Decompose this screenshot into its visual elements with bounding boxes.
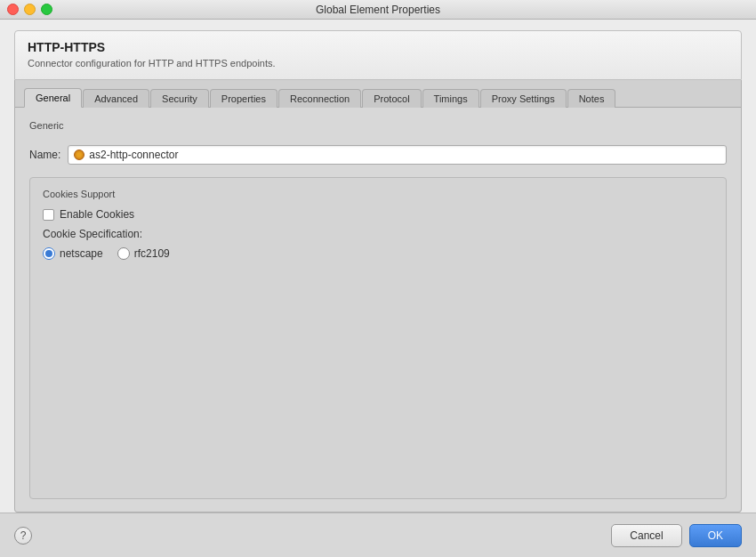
cookies-support-label: Cookies Support <box>43 189 713 199</box>
radio-netscape[interactable]: netscape <box>43 247 103 260</box>
enable-cookies-row[interactable]: Enable Cookies <box>43 208 713 221</box>
radio-netscape-button[interactable] <box>43 247 55 260</box>
cookie-spec-label: Cookie Specification: <box>43 228 713 240</box>
dialog-panel: General Advanced Security Properties Rec… <box>14 80 742 513</box>
name-input[interactable] <box>89 149 720 161</box>
content-area: Generic Name: Cookies Support Enable Coo… <box>15 108 741 512</box>
enable-cookies-checkbox[interactable] <box>43 209 54 221</box>
tab-reconnection[interactable]: Reconnection <box>278 89 361 108</box>
radio-netscape-label: netscape <box>60 247 103 260</box>
name-label: Name: <box>29 149 60 161</box>
close-button[interactable] <box>7 4 19 15</box>
radio-rfc2109-label: rfc2109 <box>134 247 170 260</box>
maximize-button[interactable] <box>41 4 52 15</box>
tab-properties[interactable]: Properties <box>210 89 277 108</box>
tab-security[interactable]: Security <box>150 89 209 108</box>
name-row: Name: <box>29 145 727 165</box>
minimize-button[interactable] <box>24 4 36 15</box>
header-title: HTTP-HTTPS <box>28 40 728 54</box>
header-subtitle: Connector configuration for HTTP and HTT… <box>28 58 728 69</box>
tab-bar: General Advanced Security Properties Rec… <box>15 80 741 108</box>
tab-advanced[interactable]: Advanced <box>83 89 149 108</box>
tab-proxy-settings[interactable]: Proxy Settings <box>480 89 567 108</box>
radio-rfc2109-button[interactable] <box>117 247 130 260</box>
cancel-button[interactable]: Cancel <box>611 524 681 547</box>
bottom-bar: ? Cancel OK <box>0 513 756 557</box>
cookies-support-box: Cookies Support Enable Cookies Cookie Sp… <box>29 177 727 499</box>
tab-timings[interactable]: Timings <box>422 89 479 108</box>
radio-rfc2109[interactable]: rfc2109 <box>117 247 170 260</box>
generic-section-label: Generic <box>29 120 727 131</box>
radio-row: netscape rfc2109 <box>43 247 713 260</box>
tab-notes[interactable]: Notes <box>567 89 616 108</box>
tab-protocol[interactable]: Protocol <box>362 89 421 108</box>
window-controls[interactable] <box>7 4 52 15</box>
window-title: Global Element Properties <box>316 4 440 16</box>
header-section: HTTP-HTTPS Connector configuration for H… <box>14 30 742 80</box>
button-group: Cancel OK <box>611 524 742 547</box>
main-content: HTTP-HTTPS Connector configuration for H… <box>0 20 756 513</box>
ok-button[interactable]: OK <box>689 524 742 547</box>
title-bar: Global Element Properties <box>0 0 756 20</box>
help-button[interactable]: ? <box>14 527 32 545</box>
enable-cookies-label: Enable Cookies <box>60 208 134 221</box>
name-icon <box>74 149 84 160</box>
name-input-wrapper[interactable] <box>68 145 727 165</box>
tab-general[interactable]: General <box>24 88 82 108</box>
